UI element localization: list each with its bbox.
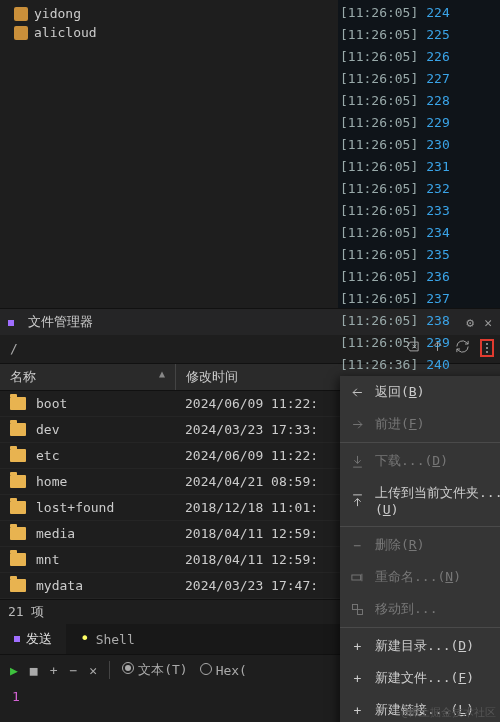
minus-icon[interactable]: − — [69, 663, 77, 678]
log-line-number: 232 — [426, 178, 449, 200]
folder-icon — [10, 397, 26, 410]
context-menu: 返回(B) 前进(F) 下载...(D) 上传到当前文件夹...(U) − 删除… — [340, 376, 500, 722]
log-line-number: 236 — [426, 266, 449, 288]
refresh-icon[interactable] — [455, 339, 470, 357]
log-line-number: 225 — [426, 24, 449, 46]
separator — [340, 442, 500, 443]
minus-icon: − — [350, 538, 365, 553]
svg-rect-3 — [358, 609, 363, 614]
log-timestamp: [11:26:05] — [340, 156, 418, 178]
log-row: [11:26:05]233 — [338, 200, 500, 222]
tree-item[interactable]: yidong — [8, 4, 330, 23]
file-name: boot — [36, 396, 185, 411]
menu-new-dir[interactable]: + 新建目录...(D) — [340, 630, 500, 662]
folder-icon — [10, 527, 26, 540]
radio-hex[interactable]: Hex( — [200, 663, 247, 678]
log-row: [11:26:05]234 — [338, 222, 500, 244]
file-name: media — [36, 526, 185, 541]
log-timestamp: [11:26:05] — [340, 244, 418, 266]
menu-download: 下载...(D) — [340, 445, 500, 477]
panel-indicator-icon — [8, 320, 14, 326]
panel-title: 文件管理器 — [28, 314, 93, 329]
log-row: [11:26:05]227 — [338, 68, 500, 90]
folder-icon — [10, 579, 26, 592]
log-row: [11:26:05]235 — [338, 244, 500, 266]
svg-rect-1 — [352, 575, 361, 580]
stop-icon[interactable]: ■ — [30, 663, 38, 678]
backspace-icon[interactable] — [405, 339, 420, 357]
log-line-number: 233 — [426, 200, 449, 222]
upload-icon — [350, 493, 365, 508]
log-line-number: 229 — [426, 112, 449, 134]
log-line-number: 235 — [426, 244, 449, 266]
file-name: mydata — [36, 578, 185, 593]
log-row: [11:26:05]226 — [338, 46, 500, 68]
log-row: [11:26:05]237 — [338, 288, 500, 310]
log-row: [11:26:05]228 — [338, 90, 500, 112]
log-timestamp: [11:26:05] — [340, 112, 418, 134]
arrow-right-icon — [350, 417, 365, 432]
item-count: 21 项 — [8, 603, 44, 621]
log-line-number: 231 — [426, 156, 449, 178]
path-input[interactable]: / — [10, 341, 395, 356]
column-name[interactable]: 名称 ▲ — [0, 364, 175, 390]
arrow-left-icon — [350, 385, 365, 400]
sort-asc-icon: ▲ — [159, 368, 165, 386]
close-icon[interactable]: ✕ — [484, 315, 492, 330]
log-timestamp: [11:26:05] — [340, 200, 418, 222]
menu-rename: 重命名...(N) — [340, 561, 500, 593]
tab-send[interactable]: 发送 — [0, 624, 66, 654]
tree-item[interactable]: alicloud — [8, 23, 330, 42]
folder-icon — [10, 553, 26, 566]
close-icon[interactable]: ✕ — [89, 663, 97, 678]
tab-indicator-icon — [14, 636, 20, 642]
menu-move: 移动到... — [340, 593, 500, 625]
log-timestamp: [11:26:05] — [340, 24, 418, 46]
log-timestamp: [11:26:05] — [340, 178, 418, 200]
log-row: [11:26:05]232 — [338, 178, 500, 200]
log-timestamp: [11:26:05] — [340, 222, 418, 244]
play-icon[interactable]: ▶ — [10, 663, 18, 678]
folder-icon — [10, 475, 26, 488]
plus-icon: + — [350, 639, 365, 654]
connection-icon — [14, 7, 28, 21]
menu-back[interactable]: 返回(B) — [340, 376, 500, 408]
plus-icon: + — [350, 671, 365, 686]
menu-new-file[interactable]: + 新建文件...(F) — [340, 662, 500, 694]
plus-icon: + — [350, 703, 365, 718]
tree-item-label: alicloud — [34, 25, 97, 40]
tab-shell[interactable]: • Shell — [66, 624, 149, 654]
log-line-number: 228 — [426, 90, 449, 112]
folder-icon — [10, 449, 26, 462]
separator — [340, 526, 500, 527]
gear-icon[interactable]: ⚙ — [466, 315, 474, 330]
tree-item-label: yidong — [34, 6, 81, 21]
log-line-number: 238 — [426, 310, 449, 332]
menu-upload[interactable]: 上传到当前文件夹...(U) — [340, 477, 500, 524]
log-row: [11:26:05]231 — [338, 156, 500, 178]
folder-icon — [10, 423, 26, 436]
separator — [340, 627, 500, 628]
log-timestamp: [11:26:05] — [340, 288, 418, 310]
up-arrow-icon[interactable] — [430, 339, 445, 357]
divider — [109, 661, 110, 679]
log-line-number: 226 — [426, 46, 449, 68]
download-icon — [350, 454, 365, 469]
more-menu-button[interactable] — [480, 339, 494, 357]
log-line-number: 227 — [426, 68, 449, 90]
file-name: mnt — [36, 552, 185, 567]
file-name: etc — [36, 448, 185, 463]
plus-icon[interactable]: + — [50, 663, 58, 678]
log-row: [11:26:05]236 — [338, 266, 500, 288]
log-timestamp: [11:26:05] — [340, 2, 418, 24]
move-icon — [350, 602, 365, 617]
radio-text[interactable]: 文本(T) — [122, 661, 187, 679]
log-line-number: 230 — [426, 134, 449, 156]
menu-delete: − 删除(R) — [340, 529, 500, 561]
log-timestamp: [11:26:05] — [340, 266, 418, 288]
file-name: dev — [36, 422, 185, 437]
log-line-number: 224 — [426, 2, 449, 24]
menu-forward: 前进(F) — [340, 408, 500, 440]
watermark: @稀土掘金技术社区 — [401, 705, 496, 720]
connection-tree: yidong alicloud — [0, 0, 338, 308]
